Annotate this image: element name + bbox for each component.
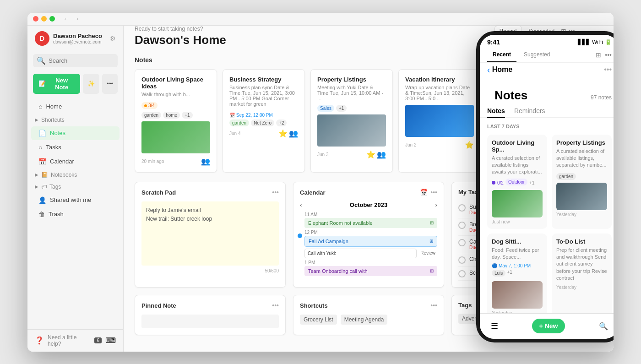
sidebar-item-trash[interactable]: 🗑 Trash: [31, 207, 120, 221]
sidebar-item-home[interactable]: ⌂ Home: [31, 100, 120, 114]
scratch-pad-content[interactable]: Reply to Jamie's email New trail: Sutter…: [141, 201, 279, 266]
calendar-add-icon[interactable]: 📅: [420, 189, 428, 196]
sidebar-nav: ⌂ Home ▶ Shortcuts 📄 Notes ○ Tasks 📅 Cal…: [27, 98, 123, 329]
user-profile[interactable]: D Dawson Pacheco dawson@evernote.com ⚙: [27, 26, 123, 51]
phone-note-date: Yesterday: [556, 212, 607, 217]
phone-tab-notes[interactable]: Notes: [487, 104, 505, 118]
phone-more-button[interactable]: •••: [604, 65, 612, 74]
pinned-content[interactable]: [141, 315, 279, 328]
tag-garden: garden: [141, 112, 161, 119]
note-date: Jun 3: [317, 152, 328, 157]
menu-icon[interactable]: ☰: [491, 321, 498, 331]
phone-search-icon[interactable]: 🔍: [599, 322, 608, 331]
phone-note-preview: A curated selection of available listing…: [556, 148, 607, 169]
task-checkbox[interactable]: [458, 270, 466, 277]
chevron-right-icon: ▶: [35, 172, 38, 177]
calendar-badge: 📅 Sep 22, 12:00 PM: [229, 113, 273, 118]
task-checkbox[interactable]: [458, 222, 466, 229]
more-icon[interactable]: •••: [605, 51, 612, 59]
nav-back-button[interactable]: ←: [63, 15, 70, 22]
trash-icon: 🗑: [38, 211, 45, 218]
shortcut-grocery[interactable]: Grocery List: [300, 315, 337, 325]
shortcuts-more-icon[interactable]: •••: [430, 302, 437, 309]
note-preview: Meeting with Yuki Date & Time:Tue, Jun 1…: [317, 85, 386, 101]
outdoor-tag: Outdoor: [505, 179, 527, 185]
sidebar-item-tasks[interactable]: ○ Tasks: [31, 141, 120, 154]
search-input[interactable]: [49, 57, 125, 64]
phone-header-title: Home: [492, 65, 604, 74]
phone-note-title: Outdoor Living Sp...: [492, 139, 543, 153]
gear-icon[interactable]: ⚙: [110, 35, 116, 42]
task-checkbox[interactable]: [458, 204, 466, 212]
note-tags: garden home +1: [141, 112, 210, 119]
sidebar-item-shared[interactable]: 👤 Shared with me: [31, 193, 120, 207]
note-preview: Business plan sync Date & Time:Tue, Jun …: [229, 85, 298, 107]
scratch-line-1: Reply to Jamie's email: [146, 206, 274, 215]
shortcuts-header: Shortcuts •••: [300, 302, 437, 309]
more-button[interactable]: •••: [102, 74, 118, 94]
scratch-pad-more-icon[interactable]: •••: [272, 189, 279, 196]
search-bar[interactable]: 🔍 ⌥⌘F: [33, 54, 118, 67]
phone-new-button[interactable]: + New: [532, 319, 565, 333]
task-count: 0/2: [497, 180, 504, 185]
nav-forward-button[interactable]: →: [73, 15, 80, 22]
shortcut-meeting[interactable]: Meeting Agenda: [341, 315, 388, 325]
phone-note-title: To-Do List: [556, 238, 607, 245]
note-footer: 20 min ago 👥: [141, 157, 210, 166]
chevron-right-icon: ▶: [35, 117, 38, 122]
calendar-event-elephant[interactable]: Elephant Room not available ⊞: [304, 218, 437, 228]
phone-status-icons: ▋▋▋ WiFi 🔋: [578, 39, 612, 45]
task-checkbox[interactable]: [458, 256, 466, 264]
note-card-outdoor[interactable]: Outdoor Living Space Ideas Walk-through …: [135, 69, 217, 173]
calendar-more-icon[interactable]: •••: [430, 189, 437, 196]
phone-note-badges: 0/2 Outdoor +1: [492, 179, 543, 187]
sidebar-item-notes[interactable]: 📄 Notes: [31, 126, 120, 140]
close-button[interactable]: [33, 16, 38, 22]
pinned-header: Pinned Note •••: [141, 302, 279, 309]
calendar-event-team[interactable]: Team Onboarding call with ⊞: [304, 266, 437, 276]
shortcuts-title: Shortcuts: [300, 302, 328, 309]
note-card-property[interactable]: Property Listings Meeting with Yuki Date…: [310, 69, 393, 173]
tasks-icon: ○: [38, 144, 42, 151]
new-note-button[interactable]: 📝 New Note: [33, 74, 80, 94]
recent-tab[interactable]: Recent: [487, 48, 516, 62]
calendar-prev-button[interactable]: ‹: [300, 201, 302, 208]
phone-top-tabs: Recent Suggested ⊞ •••: [480, 48, 614, 63]
phone-tab-reminders[interactable]: Reminders: [514, 104, 545, 117]
titlebar: ← →: [27, 13, 614, 26]
sidebar-item-label: Tasks: [46, 144, 61, 151]
grid-icon[interactable]: ⊞: [596, 51, 601, 59]
help-text[interactable]: Need a little help?: [48, 334, 91, 347]
phone-notes-count: 97 notes: [591, 94, 612, 101]
phone-note-outdoor[interactable]: Outdoor Living Sp... A curated selection…: [487, 135, 547, 229]
phone-note-dog[interactable]: Dog Sitti... Food: Feed twice per day. S…: [487, 234, 547, 321]
sidebar-item-tags[interactable]: ▶ 🏷 Tags: [27, 181, 123, 193]
calendar-event-fall[interactable]: Fall Ad Campaign ⊞: [304, 236, 437, 247]
phone-back-button[interactable]: ‹: [487, 65, 490, 75]
maximize-button[interactable]: [49, 16, 55, 22]
event-label: Fall Ad Campaign: [309, 239, 348, 244]
pinned-title: Pinned Note: [141, 302, 176, 309]
pinned-more-icon[interactable]: •••: [272, 302, 279, 309]
phone-note-todo[interactable]: To-Do List Prep for client meeting and w…: [552, 234, 612, 321]
sidebar-item-notebooks[interactable]: ▶ 📔 Notebooks: [27, 169, 123, 181]
note-card-vacation[interactable]: Vacation Itinerary Wrap up vacation plan…: [398, 69, 481, 173]
task-checkbox[interactable]: [458, 239, 466, 246]
minimize-button[interactable]: [41, 16, 47, 22]
note-title: Business Strategy: [229, 76, 298, 83]
phone-note-property[interactable]: Property Listings A curated selection of…: [552, 135, 612, 229]
phone-note-tag: garden: [556, 173, 576, 180]
ai-button[interactable]: ✨: [83, 74, 99, 94]
sidebar-item-label: Shared with me: [50, 196, 91, 203]
tag-home: home: [163, 112, 180, 119]
calendar-event-call[interactable]: Call with Yuki:: [304, 249, 417, 258]
calendar-next-button[interactable]: ›: [435, 201, 437, 208]
sidebar-item-label: Notebooks: [51, 172, 77, 178]
scratch-pad-panel: Scratch Pad ••• Reply to Jamie's email N…: [135, 182, 286, 288]
phone-notes-title: Notes: [487, 83, 535, 104]
note-image: [405, 105, 474, 137]
sidebar-item-calendar[interactable]: 📅 Calendar: [31, 155, 120, 168]
sidebar-item-shortcuts[interactable]: ▶ Shortcuts: [27, 114, 123, 126]
note-card-business[interactable]: Business Strategy Business plan sync Dat…: [223, 69, 305, 173]
suggested-tab[interactable]: Suggested: [518, 48, 555, 62]
